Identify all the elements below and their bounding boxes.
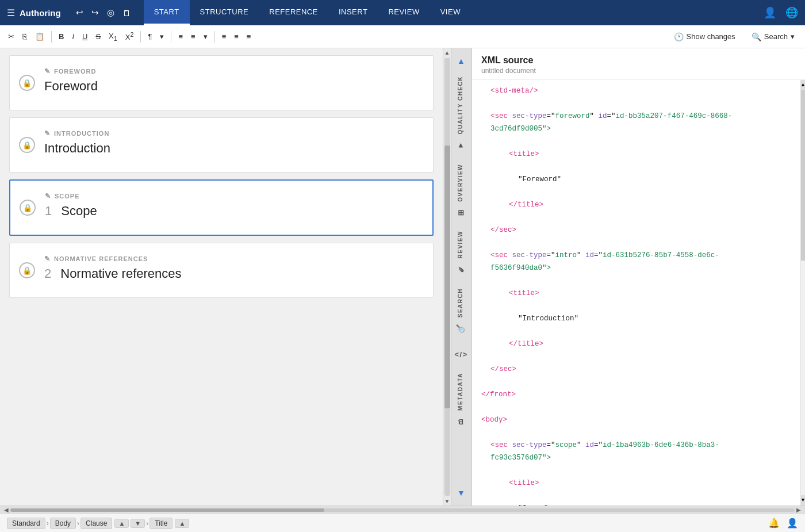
introduction-title[interactable]: Introduction	[44, 141, 419, 156]
globe-icon[interactable]: 🌐	[785, 6, 798, 19]
scroll-track[interactable]	[444, 58, 450, 496]
introduction-edit-icon: ✎	[44, 129, 51, 137]
user-icon[interactable]: 👤	[764, 6, 776, 19]
xml-line-front-close: </front>	[472, 388, 798, 401]
side-panel-scroll-down[interactable]: ▼	[451, 485, 471, 501]
scope-edit-icon: ✎	[45, 192, 51, 200]
breadcrumb-body[interactable]: Body	[50, 518, 76, 529]
xml-line-blank-1	[472, 97, 798, 110]
search-tab[interactable]: 🔍 SEARCH	[451, 281, 471, 340]
xml-line-title-close: </title>	[472, 198, 798, 211]
xml-line-sec-intro: <sec sec-type="intro" id="id-631b5276-85…	[472, 249, 798, 262]
show-changes-button[interactable]: 🕐 Show changes	[668, 30, 741, 44]
h-scroll-track[interactable]	[10, 508, 795, 512]
xml-content: <std-meta/> <sec sec-type="foreword" id=…	[472, 85, 805, 506]
xml-line-sec-scope-2: fc93c3576d07">	[472, 451, 798, 464]
xml-scroll-down[interactable]: ▼	[801, 495, 805, 506]
hamburger-icon[interactable]: ☰	[7, 7, 15, 18]
foreword-type-label: ✎ FOREWORD	[44, 67, 419, 75]
horizontal-scrollbar[interactable]: ◀ ▶	[0, 506, 805, 514]
underline-button[interactable]: U	[79, 30, 91, 43]
introduction-section[interactable]: 🔒 ✎ INTRODUCTION Introduction	[9, 117, 434, 173]
xml-line-sec-foreword-2: 3cd76df9d005">	[472, 123, 798, 135]
xml-panel: XML source untitled document ▲ ▼ <std-me…	[471, 48, 805, 506]
breadcrumb-arrow-2: ›	[76, 519, 80, 527]
foreword-section[interactable]: 🔒 ✎ FOREWORD Foreword	[9, 55, 434, 110]
quality-check-icon: ▼	[456, 141, 464, 150]
xml-line-blank-10	[472, 350, 798, 363]
align-right-button[interactable]: ≡	[243, 30, 255, 43]
align-center-button[interactable]: ≡	[231, 30, 242, 43]
normative-references-section[interactable]: 🔒 ✎ NORMATIVE REFERENCES 2 Normative ref…	[9, 243, 434, 298]
code-view-icon: </>	[454, 350, 467, 359]
strikethrough-button[interactable]: S	[92, 30, 104, 43]
cut-button[interactable]: ✂	[5, 30, 18, 43]
tab-structure[interactable]: STRUCTURE	[190, 0, 259, 25]
copy-button[interactable]: ⎘	[19, 30, 30, 43]
unordered-list-button[interactable]: ≡	[175, 30, 186, 43]
paragraph-button[interactable]: ¶	[144, 30, 155, 43]
scroll-up-arrow[interactable]: ▲	[444, 48, 450, 57]
code-view-tab[interactable]: </>	[451, 340, 471, 366]
notification-bell-icon[interactable]: 🔔	[768, 518, 780, 529]
paste-button[interactable]: 📋	[32, 30, 48, 43]
nav-icon-3[interactable]: ◎	[103, 5, 118, 20]
scope-title[interactable]: Scope	[61, 204, 97, 219]
side-panel: ▲ ▼ QUALITY CHECK ⊞ OVERVIEW ✎ REVIEW 🔍 …	[451, 48, 471, 506]
side-panel-scroll-up[interactable]: ▲	[451, 53, 471, 69]
redo-button[interactable]: ↪	[88, 5, 102, 20]
tab-reference[interactable]: REFERENCE	[259, 0, 328, 25]
status-user-icon[interactable]: 👤	[787, 518, 798, 529]
scope-section[interactable]: 🔒 ✎ SCOPE 1 Scope	[9, 179, 434, 236]
scope-lock-icon: 🔒	[20, 200, 36, 216]
editor-vertical-scrollbar[interactable]: ▲ ▼	[443, 48, 451, 506]
review-tab[interactable]: ✎ REVIEW	[451, 224, 471, 281]
xml-line-blank-8	[472, 300, 798, 312]
scope-title-numbered: 1 Scope	[45, 204, 419, 219]
normative-title[interactable]: Normative references	[60, 266, 181, 281]
breadcrumb-title[interactable]: Title	[150, 518, 172, 529]
foreword-title[interactable]: Foreword	[44, 79, 419, 94]
breadcrumb-clause[interactable]: Clause	[80, 518, 112, 529]
search-tab-icon: 🔍	[455, 324, 466, 333]
scroll-thumb[interactable]	[444, 146, 450, 408]
xml-body[interactable]: ▲ ▼ <std-meta/> <sec sec-type="foreword"…	[472, 80, 805, 506]
xml-line-blank-11	[472, 376, 798, 388]
foreword-lock-icon: 🔒	[19, 75, 35, 91]
breadcrumb-clause-up[interactable]: ▲	[114, 519, 129, 528]
overview-tab[interactable]: ⊞ OVERVIEW	[451, 157, 471, 224]
h-scroll-thumb[interactable]	[10, 508, 324, 512]
breadcrumb-clause-nav: ▲ ▼	[114, 519, 145, 528]
subscript-button[interactable]: X1	[105, 29, 121, 44]
undo-button[interactable]: ↩	[72, 5, 87, 20]
quality-check-tab[interactable]: ▼ QUALITY CHECK	[451, 69, 471, 157]
tab-start[interactable]: START	[144, 0, 190, 25]
tab-review[interactable]: REVIEW	[378, 0, 430, 25]
editor-area[interactable]: 🔒 ✎ FOREWORD Foreword 🔒 ✎ INTRODUCTION I…	[0, 48, 443, 506]
tab-insert[interactable]: INSERT	[328, 0, 378, 25]
align-left-button[interactable]: ≡	[218, 30, 230, 43]
italic-button[interactable]: I	[68, 30, 78, 43]
ordered-list-button[interactable]: ≡	[187, 30, 199, 43]
paragraph-dropdown[interactable]: ▾	[156, 30, 167, 43]
nav-tabs: START STRUCTURE REFERENCE INSERT REVIEW …	[144, 0, 471, 25]
list-dropdown[interactable]: ▾	[200, 30, 211, 43]
overview-label: OVERVIEW	[457, 164, 463, 202]
search-label: Search	[764, 32, 788, 41]
breadcrumb-title-up[interactable]: ▲	[175, 519, 189, 528]
nav-icon-4[interactable]: 🗒	[119, 6, 135, 20]
scope-type-label: ✎ SCOPE	[45, 192, 419, 200]
xml-scroll-thumb[interactable]	[801, 90, 805, 261]
xml-scroll-up[interactable]: ▲	[801, 80, 805, 90]
breadcrumb-clause-down[interactable]: ▼	[131, 519, 145, 528]
search-button[interactable]: 🔍 Search ▾	[746, 30, 800, 44]
superscript-button[interactable]: X2	[122, 29, 137, 44]
tab-view[interactable]: VIEW	[430, 0, 471, 25]
h-scroll-right-arrow[interactable]: ▶	[795, 507, 803, 513]
breadcrumb-standard[interactable]: Standard	[7, 518, 45, 529]
bold-button[interactable]: B	[55, 30, 67, 43]
h-scroll-left-arrow[interactable]: ◀	[2, 507, 10, 513]
scroll-down-arrow[interactable]: ▼	[444, 497, 450, 506]
xml-line-scope-text: "Scope"	[472, 502, 798, 506]
metadata-tab[interactable]: B METADATA	[451, 366, 471, 433]
